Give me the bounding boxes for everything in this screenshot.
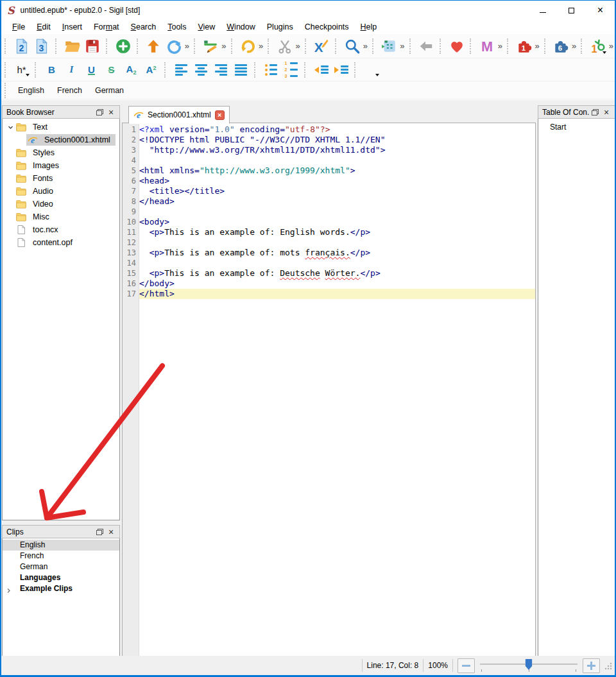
menu-format[interactable]: Format xyxy=(88,21,125,33)
clip-item-english[interactable]: English xyxy=(3,540,119,551)
code-line[interactable]: </html> xyxy=(139,289,535,299)
book-browser-dock-header[interactable]: Book Browser × xyxy=(2,105,120,119)
menu-tools[interactable]: Tools xyxy=(162,21,192,33)
text-case-button[interactable] xyxy=(361,61,381,79)
toolbar-handle[interactable] xyxy=(268,39,271,54)
subscript-button[interactable]: A2 xyxy=(121,61,141,79)
toolbar-extension-button[interactable]: » xyxy=(609,41,613,51)
new-epub2-button[interactable]: 2 xyxy=(12,36,32,56)
code-line[interactable]: <?xml version="1.0" encoding="utf-8"?> xyxy=(139,124,535,135)
tree-item-images[interactable]: Images xyxy=(3,159,119,172)
cut-button[interactable] xyxy=(275,36,295,56)
numbered-list-button[interactable]: 123 xyxy=(281,61,301,79)
close-dock-button[interactable]: × xyxy=(601,107,612,117)
align-center-button[interactable] xyxy=(191,61,211,79)
code-line[interactable] xyxy=(139,207,535,217)
toolbar-handle[interactable] xyxy=(304,62,307,78)
toolbar-extension-button[interactable]: » xyxy=(221,41,226,51)
toolbar-handle[interactable] xyxy=(231,39,234,54)
float-dock-button[interactable] xyxy=(94,527,105,537)
align-justify-button[interactable] xyxy=(231,61,251,79)
code-line[interactable]: </body> xyxy=(139,279,535,289)
toolbar-extension-button[interactable]: » xyxy=(400,41,404,51)
clip-item-example-clips[interactable]: Example Clips xyxy=(3,583,119,594)
menu-window[interactable]: Window xyxy=(221,21,261,33)
close-dock-button[interactable]: × xyxy=(105,527,117,537)
code-line[interactable]: <title></title> xyxy=(139,186,535,196)
code-line[interactable]: "http://www.w3.org/TR/xhtml11/DTD/xhtml1… xyxy=(139,145,535,155)
toolbar-handle[interactable] xyxy=(354,62,357,78)
strikethrough-button[interactable]: S xyxy=(101,61,121,79)
find-button[interactable] xyxy=(342,36,363,56)
undo-button[interactable] xyxy=(237,36,258,56)
zoom-in-button[interactable] xyxy=(583,658,600,673)
menu-help[interactable]: Help xyxy=(355,21,383,33)
menu-search[interactable]: Search xyxy=(125,21,162,33)
code-line[interactable]: <p>This is an example of: Deutsche Wörte… xyxy=(139,268,535,279)
superscript-button[interactable]: A2 xyxy=(141,61,161,79)
zoom-slider[interactable] xyxy=(480,658,578,673)
italic-button[interactable]: I xyxy=(62,61,81,79)
zoom-out-button[interactable] xyxy=(458,658,475,673)
underline-button[interactable]: U xyxy=(81,61,101,79)
menu-file[interactable]: File xyxy=(6,21,31,33)
tab-section0001[interactable]: e Section0001.xhtml × xyxy=(128,106,230,124)
menu-plugins[interactable]: Plugins xyxy=(261,21,299,33)
toolbar-handle[interactable] xyxy=(106,39,109,54)
menu-edit[interactable]: Edit xyxy=(31,21,56,33)
outdent-button[interactable] xyxy=(311,61,331,79)
clip-item-german[interactable]: German xyxy=(3,561,119,572)
clips-dock-header[interactable]: Clips × xyxy=(2,525,120,538)
toolbar-handle[interactable] xyxy=(55,39,58,54)
save-button[interactable] xyxy=(83,36,103,56)
delete-x-button[interactable]: X xyxy=(312,36,332,56)
tab-close-button[interactable]: × xyxy=(215,110,225,120)
toolbar-handle[interactable] xyxy=(470,39,473,54)
add-existing-button[interactable] xyxy=(143,36,164,56)
toolbar-handle[interactable] xyxy=(194,39,197,54)
clip-item-french[interactable]: French xyxy=(3,551,119,561)
toolbar-handle[interactable] xyxy=(544,39,547,54)
new-epub3-button[interactable]: 3 xyxy=(31,36,52,56)
close-dock-button[interactable]: × xyxy=(105,107,117,117)
toolbar-handle[interactable] xyxy=(581,39,584,54)
split-marker-button[interactable] xyxy=(379,36,400,56)
zoom-slider-thumb[interactable] xyxy=(526,659,533,670)
tree-item-audio[interactable]: Audio xyxy=(3,185,119,198)
mend-button[interactable] xyxy=(201,36,221,56)
toolbar-handle[interactable] xyxy=(305,39,308,54)
bullet-list-button[interactable] xyxy=(261,61,281,79)
toolbar-extension-button[interactable]: » xyxy=(363,41,368,51)
menu-insert[interactable]: Insert xyxy=(56,21,88,33)
menu-checkpoints[interactable]: Checkpoints xyxy=(299,21,355,33)
donate-heart-button[interactable] xyxy=(447,36,467,56)
redo-button[interactable] xyxy=(164,36,184,56)
tree-item-section0001-xhtml[interactable]: eSection0001.xhtml xyxy=(3,133,119,146)
float-dock-button[interactable] xyxy=(94,107,105,117)
heading-button[interactable]: h* xyxy=(12,61,31,79)
toolbar-extension-button[interactable]: » xyxy=(185,41,189,51)
align-right-button[interactable] xyxy=(211,61,231,79)
clip-item-languages[interactable]: Languages xyxy=(3,572,119,583)
toolbar-extension-button[interactable]: » xyxy=(498,41,502,51)
code-line[interactable]: <p>This is an example of: mots français.… xyxy=(139,248,535,258)
toolbar-handle[interactable] xyxy=(409,39,413,54)
resize-grip[interactable] xyxy=(604,662,612,670)
float-dock-button[interactable] xyxy=(589,107,601,117)
back-button[interactable] xyxy=(416,36,436,56)
toolbar-handle[interactable] xyxy=(4,83,8,98)
code-area[interactable]: <?xml version="1.0" encoding="utf-8"?><!… xyxy=(139,123,535,656)
code-line[interactable]: <html xmlns="http://www.w3.org/1999/xhtm… xyxy=(139,166,535,176)
title-bar[interactable]: S untitled.epub* - epub2.0 - Sigil [std]… xyxy=(1,1,615,20)
tree-item-content-opf[interactable]: content.opf xyxy=(3,236,119,249)
toolbar-handle[interactable] xyxy=(254,62,257,78)
toolbar-extension-button[interactable]: » xyxy=(572,41,576,51)
metadata-button[interactable]: M xyxy=(477,36,497,56)
clip-button-english[interactable]: English xyxy=(12,84,51,97)
plugin-red-button[interactable]: 1 xyxy=(514,36,535,56)
toolbar-handle[interactable] xyxy=(4,62,8,78)
toolbar-handle[interactable] xyxy=(440,39,443,54)
tree-item-styles[interactable]: Styles xyxy=(3,146,119,159)
tree-item-fonts[interactable]: Fonts xyxy=(3,172,119,185)
code-line[interactable]: </head> xyxy=(139,196,535,207)
